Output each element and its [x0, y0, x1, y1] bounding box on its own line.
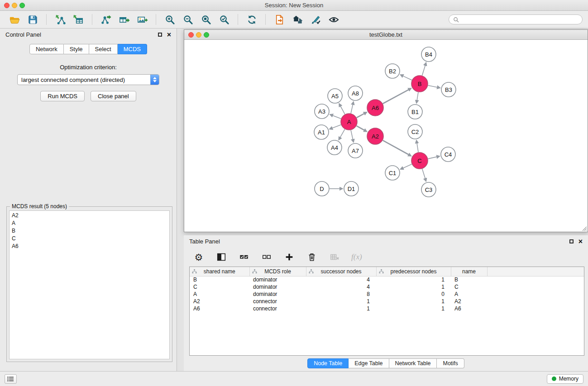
graph-node[interactable]: D: [315, 181, 329, 196]
column-header-successor-nodes[interactable]: successor nodes: [306, 267, 376, 276]
function-builder-button[interactable]: f(x): [351, 251, 362, 263]
mcds-result-list[interactable]: A2ABCA6: [9, 210, 170, 359]
search-input[interactable]: [462, 16, 578, 23]
graph-edge[interactable]: [357, 126, 365, 130]
table-cell[interactable]: 1: [376, 305, 451, 312]
graph-node[interactable]: A3: [315, 104, 329, 119]
graph-node[interactable]: C2: [408, 124, 422, 139]
graph-node[interactable]: B2: [385, 64, 400, 78]
graph-node-selected[interactable]: A: [341, 114, 357, 130]
run-mcds-button[interactable]: Run MCDS: [40, 91, 85, 101]
zoom-window-button[interactable]: [19, 3, 25, 8]
column-header-name[interactable]: name: [451, 267, 487, 276]
panel-divider[interactable]: [184, 232, 588, 235]
graph-node[interactable]: D1: [344, 181, 359, 196]
tab-edge-table[interactable]: Edge Table: [349, 358, 389, 368]
table-cell[interactable]: 1: [376, 298, 451, 305]
network-window-titlebar[interactable]: testGlobe.txt: [184, 30, 588, 40]
column-visibility-button[interactable]: [215, 251, 227, 263]
table-cell[interactable]: C: [190, 283, 249, 291]
graph-edge[interactable]: [351, 104, 353, 113]
tab-motifs[interactable]: Motifs: [437, 358, 464, 368]
table-row[interactable]: Bdominator41B: [190, 276, 584, 283]
zoom-in-button[interactable]: [163, 13, 177, 26]
table-cell[interactable]: dominator: [249, 276, 306, 283]
deselect-all-button[interactable]: [261, 251, 272, 263]
graph-node[interactable]: A4: [327, 140, 342, 155]
save-session-button[interactable]: [26, 13, 39, 26]
graph-node[interactable]: B1: [408, 105, 422, 119]
graph-node[interactable]: C1: [385, 166, 400, 180]
graph-edge[interactable]: [403, 76, 412, 80]
graph-node[interactable]: A7: [348, 143, 363, 158]
table-cell[interactable]: A2: [451, 298, 487, 305]
graph-edge[interactable]: [428, 86, 438, 87]
mcds-result-item[interactable]: C: [10, 235, 169, 243]
graph-edge[interactable]: [357, 114, 364, 118]
delete-table-button[interactable]: [329, 251, 340, 263]
mcds-result-item[interactable]: A6: [10, 243, 169, 250]
graphics-details-button[interactable]: [327, 13, 340, 26]
import-table-button[interactable]: [72, 13, 85, 26]
graph-edge[interactable]: [383, 140, 409, 155]
column-header-shared-name[interactable]: shared name: [190, 267, 249, 276]
delete-column-button[interactable]: [306, 251, 318, 263]
table-close-panel-button[interactable]: ×: [578, 238, 583, 245]
graph-edge[interactable]: [332, 125, 341, 129]
tab-style[interactable]: Style: [64, 44, 89, 54]
graph-edge[interactable]: [417, 92, 418, 101]
network-overview-button[interactable]: [291, 13, 304, 26]
graph-node[interactable]: A1: [314, 125, 329, 139]
memory-button[interactable]: Memory: [547, 374, 583, 384]
graph-edge[interactable]: [417, 143, 418, 152]
graph-node[interactable]: B3: [441, 82, 456, 97]
close-panel-action-button[interactable]: Close panel: [91, 91, 136, 101]
mcds-result-item[interactable]: A: [10, 219, 169, 227]
tab-network-table[interactable]: Network Table: [389, 358, 437, 368]
export-table-button[interactable]: [117, 13, 131, 26]
table-cell[interactable]: 1: [306, 305, 376, 312]
open-session-button[interactable]: [8, 13, 21, 26]
optimization-criterion-dropdown[interactable]: largest connected component (directed): [17, 74, 159, 85]
table-cell[interactable]: A: [451, 291, 487, 298]
table-cell[interactable]: 8: [306, 291, 376, 298]
table-cell[interactable]: connector: [249, 305, 306, 312]
column-header-predecessor-nodes[interactable]: predecessor nodes: [376, 267, 451, 276]
mcds-result-item[interactable]: A2: [10, 212, 169, 219]
table-cell[interactable]: dominator: [249, 291, 306, 298]
resize-grip[interactable]: [581, 225, 587, 231]
style-brush-button[interactable]: [309, 13, 322, 26]
graph-edge[interactable]: [383, 90, 409, 104]
table-cell[interactable]: 4: [306, 276, 376, 283]
graph-node[interactable]: B4: [421, 47, 436, 62]
mcds-result-item[interactable]: B: [10, 227, 169, 235]
export-image-button[interactable]: [135, 13, 149, 26]
close-panel-button[interactable]: ×: [167, 31, 171, 38]
graph-node-selected[interactable]: B: [411, 76, 428, 92]
table-cell[interactable]: B: [451, 276, 487, 283]
network-graph[interactable]: AA2A6BCA1A3A4A5A7A8B1B2B3B4C1C2C3C4DD1: [184, 40, 588, 232]
zoom-selected-button[interactable]: [217, 13, 231, 26]
table-cell[interactable]: dominator: [249, 283, 306, 291]
table-cell[interactable]: A2: [190, 298, 249, 305]
network-close-button[interactable]: [188, 32, 194, 38]
graph-edge[interactable]: [422, 65, 425, 76]
table-row[interactable]: Cdominator41C: [190, 283, 584, 291]
graph-edge[interactable]: [340, 129, 345, 138]
network-minimize-button[interactable]: [196, 32, 201, 38]
float-panel-button[interactable]: [158, 33, 162, 37]
table-cell[interactable]: C: [451, 283, 487, 291]
select-all-button[interactable]: [238, 251, 250, 263]
graph-node[interactable]: A5: [328, 89, 342, 103]
graph-edge[interactable]: [428, 157, 437, 159]
table-cell[interactable]: A: [190, 291, 249, 298]
table-cell[interactable]: 0: [376, 291, 451, 298]
export-network-button[interactable]: [99, 13, 113, 26]
network-zoom-button[interactable]: [204, 32, 209, 38]
import-network-button[interactable]: [53, 13, 67, 26]
graph-node-selected[interactable]: C: [411, 152, 428, 169]
column-header-mcds-role[interactable]: MCDS role: [249, 267, 306, 276]
close-window-button[interactable]: [4, 3, 10, 8]
table-cell[interactable]: A6: [451, 305, 487, 312]
graph-node-selected[interactable]: A2: [367, 128, 383, 144]
